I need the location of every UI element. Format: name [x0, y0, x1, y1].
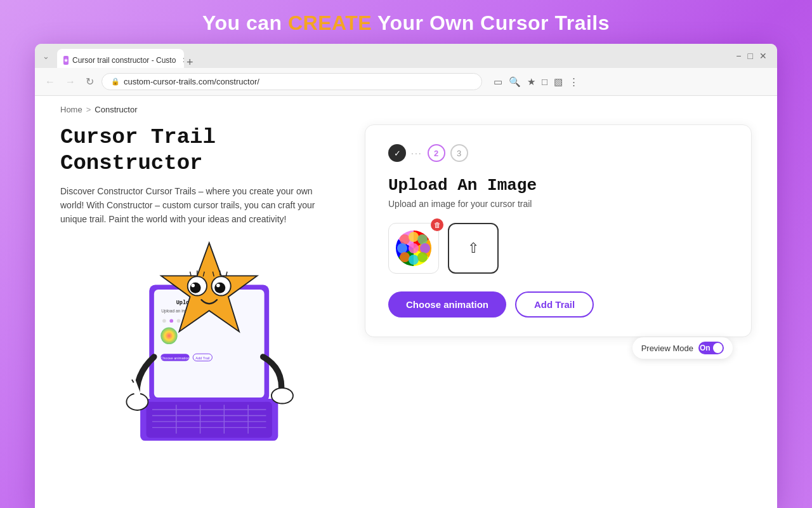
browser-controls: ⌄: [41, 51, 49, 61]
new-tab-icon[interactable]: +: [187, 57, 193, 68]
browser-menu-icon[interactable]: ⌄: [43, 51, 49, 61]
right-section: ✓ ··· 2 3 Upload An Image Upload an imag…: [365, 124, 752, 371]
steps-indicator: ✓ ··· 2 3: [388, 144, 728, 162]
more-icon[interactable]: ⋮: [569, 76, 579, 88]
step-1-done: ✓: [388, 144, 406, 162]
svg-point-27: [191, 283, 195, 287]
left-section: Cursor Trail Constructor Discover Constr…: [60, 124, 352, 453]
browser-addressbar: ← → ↻ 🔒 custom-cursor-trails.com/constru…: [35, 68, 777, 96]
image-upload-row: 🗑: [388, 223, 728, 274]
step-1-check: ✓: [394, 149, 401, 158]
choose-animation-button[interactable]: Choose animation: [388, 291, 506, 318]
action-buttons: Choose animation Add Trail: [388, 291, 728, 318]
svg-point-42: [417, 234, 428, 244]
svg-point-47: [409, 255, 419, 265]
refresh-button[interactable]: ↻: [83, 74, 96, 89]
svg-point-48: [417, 252, 428, 262]
upload-icon: ⇧: [468, 240, 479, 257]
banner: You can CREATE Your Own Cursor Trails: [0, 0, 812, 44]
toggle-knob: [713, 343, 723, 353]
uploaded-image-slot: 🗑: [388, 223, 439, 274]
svg-point-44: [409, 243, 419, 253]
extension-icon[interactable]: □: [542, 76, 547, 88]
svg-point-45: [420, 243, 430, 253]
banner-highlight: CREATE: [288, 11, 372, 34]
step-2-label: 2: [434, 149, 438, 158]
zoom-icon[interactable]: 🔍: [509, 76, 521, 88]
minimize-icon[interactable]: −: [736, 51, 741, 61]
svg-point-26: [214, 283, 225, 293]
preview-mode-toggle-container: Preview Mode On: [632, 337, 733, 359]
step-3-future: 3: [450, 144, 468, 162]
close-icon[interactable]: ✕: [759, 51, 767, 61]
step-dots: ···: [411, 148, 422, 158]
card-subtitle: Upload an image for your cursor trail: [388, 199, 728, 209]
toggle-on-label: On: [700, 344, 710, 352]
banner-prefix: You can: [202, 11, 288, 34]
browser-titlebar: ⌄ ★ Cursor trail constructor - Custo ✕ +…: [35, 44, 777, 68]
add-trail-button[interactable]: Add Trail: [515, 291, 594, 318]
browser-window: ⌄ ★ Cursor trail constructor - Custo ✕ +…: [35, 44, 777, 508]
preview-mode-label: Preview Mode: [641, 344, 693, 353]
card-title: Upload An Image: [388, 176, 728, 195]
forward-button[interactable]: →: [63, 75, 78, 89]
address-bar[interactable]: 🔒 custom-cursor-trails.com/constructor/: [102, 73, 482, 90]
maximize-icon[interactable]: □: [748, 51, 753, 61]
breadcrumb-current: Constructor: [95, 105, 137, 114]
toolbar-icons: ▭ 🔍 ★ □ ▧ ⋮: [494, 76, 579, 88]
tabs-area: ★ Cursor trail constructor - Custo ✕ +: [57, 44, 732, 68]
cast-icon[interactable]: ▭: [494, 76, 502, 88]
svg-rect-1: [147, 401, 272, 438]
bookmark-icon[interactable]: ★: [527, 76, 535, 88]
browser-content: Home > Constructor Cursor Trail Construc…: [35, 96, 777, 508]
breadcrumb: Home > Constructor: [35, 96, 777, 118]
extension2-icon[interactable]: ▧: [554, 76, 563, 88]
step-3-label: 3: [457, 149, 461, 158]
star-illustration: Upload An Image Upload an image for your…: [98, 237, 314, 453]
svg-point-41: [409, 232, 419, 242]
svg-point-40: [400, 234, 410, 244]
svg-point-16: [177, 319, 181, 323]
page-main: Cursor Trail Constructor Discover Constr…: [35, 118, 777, 508]
tab-title: Cursor trail constructor - Custo: [72, 56, 176, 65]
banner-suffix: Your Own Cursor Trails: [372, 11, 610, 34]
svg-point-17: [160, 327, 177, 344]
svg-text:Choose animation: Choose animation: [160, 356, 190, 359]
breadcrumb-home[interactable]: Home: [60, 105, 82, 114]
svg-text:Add Trail: Add Trail: [195, 356, 209, 359]
uploaded-image: [396, 231, 431, 266]
svg-point-14: [162, 319, 166, 323]
svg-line-36: [133, 382, 138, 393]
breadcrumb-separator: >: [86, 105, 91, 114]
constructor-card: ✓ ··· 2 3 Upload An Image Upload an imag…: [365, 124, 752, 337]
svg-point-15: [169, 319, 173, 323]
delete-image-button[interactable]: 🗑: [431, 218, 443, 231]
window-controls: − □ ✕: [736, 51, 771, 61]
url-text: custom-cursor-trails.com/constructor/: [124, 77, 259, 86]
svg-point-46: [400, 252, 410, 262]
tab-favicon: ★: [63, 56, 69, 65]
browser-tab-active[interactable]: ★ Cursor trail constructor - Custo ✕: [57, 49, 184, 68]
svg-point-28: [216, 283, 220, 287]
page-description: Discover Constructor Cursor Trails – whe…: [60, 184, 327, 227]
lock-icon: 🔒: [111, 77, 120, 86]
back-button[interactable]: ←: [43, 75, 58, 89]
svg-point-25: [190, 283, 201, 293]
tab-close-icon[interactable]: ✕: [182, 56, 184, 65]
svg-point-38: [272, 388, 293, 404]
page-title: Cursor Trail Constructor: [60, 124, 352, 177]
svg-point-43: [397, 243, 407, 253]
preview-toggle[interactable]: On: [698, 342, 724, 354]
upload-new-slot[interactable]: ⇧: [448, 223, 499, 274]
step-2-current: 2: [428, 144, 445, 162]
